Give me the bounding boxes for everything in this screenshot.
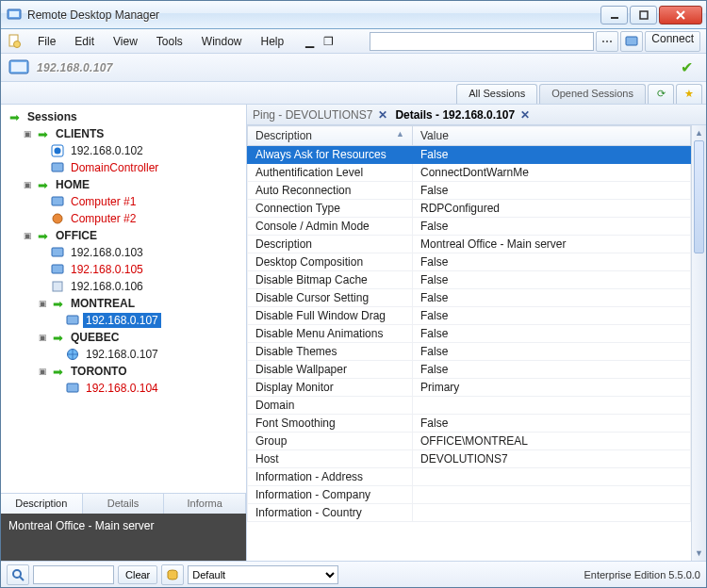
rdp-icon — [50, 245, 65, 260]
tree-item[interactable]: Computer #1 — [68, 194, 139, 209]
table-row[interactable]: Disable Menu AnimationsFalse — [248, 325, 691, 343]
left-tab-description[interactable]: Description — [1, 494, 83, 514]
table-row[interactable]: Information - Country — [248, 504, 691, 522]
menu-edit[interactable]: Edit — [66, 31, 103, 52]
tree-root[interactable]: Sessions — [25, 109, 80, 124]
tree-item[interactable]: 192.168.0.104 — [83, 381, 161, 396]
group-home[interactable]: HOME — [53, 177, 92, 192]
table-row[interactable]: HostDEVOLUTIONS7 — [248, 450, 691, 468]
table-row[interactable]: Disable Cursor SettingFalse — [248, 289, 691, 307]
table-row[interactable]: Disable Bitmap CacheFalse — [248, 271, 691, 289]
vertical-scrollbar[interactable]: ▲ ▼ — [691, 125, 706, 561]
search-field[interactable] — [33, 565, 114, 584]
search-icon[interactable] — [7, 564, 29, 585]
quick-connect-field[interactable] — [370, 32, 594, 51]
new-doc-icon[interactable] — [7, 34, 22, 49]
group-toronto[interactable]: TORONTO — [68, 364, 130, 379]
prop-value: ConnectDontWarnMe — [413, 164, 691, 182]
menu-window[interactable]: Window — [193, 31, 251, 52]
doc-tab-label: Ping - DEVOLUTIONS7 — [253, 108, 372, 122]
prop-value: False — [413, 253, 691, 271]
datasource-select[interactable]: Default — [188, 565, 338, 584]
menu-tools[interactable]: Tools — [148, 31, 191, 52]
group-office[interactable]: OFFICE — [53, 228, 100, 243]
collapse-icon[interactable]: ▣ — [22, 179, 33, 190]
table-row[interactable]: Domain — [248, 397, 691, 415]
table-row[interactable]: Information - Company — [248, 486, 691, 504]
arrow-right-icon: ➡ — [50, 364, 65, 379]
tree-item[interactable]: Computer #2 — [68, 211, 139, 226]
statusbar: Clear Default Enterprise Edition 5.5.0.0 — [1, 561, 706, 587]
group-clients[interactable]: CLIENTS — [53, 126, 107, 141]
svg-rect-11 — [52, 163, 63, 172]
quick-connect-go-button[interactable] — [620, 31, 643, 52]
table-row[interactable]: Console / Admin ModeFalse — [248, 218, 691, 236]
window-icon[interactable]: ❐ — [320, 33, 337, 50]
dash-icon[interactable]: ▁ — [302, 33, 318, 50]
tab-favorites[interactable]: ★ — [676, 84, 702, 104]
group-quebec[interactable]: QUEBEC — [68, 330, 122, 345]
collapse-icon[interactable]: ▣ — [22, 128, 33, 139]
tab-opened-sessions[interactable]: Opened Sessions — [539, 84, 646, 104]
properties-grid[interactable]: Description▲ Value Always Ask for Resour… — [247, 125, 691, 561]
col-value[interactable]: Value — [413, 126, 691, 146]
vnc-icon — [50, 211, 65, 226]
table-row[interactable]: Disable WallpaperFalse — [248, 361, 691, 379]
tree-item[interactable]: 192.168.0.105 — [68, 262, 146, 277]
collapse-icon[interactable]: ▣ — [37, 298, 48, 309]
left-tab-information[interactable]: Informa — [164, 494, 246, 514]
rdp-icon — [65, 313, 80, 328]
address-text: 192.168.0.107 — [37, 61, 113, 74]
scroll-thumb[interactable] — [694, 140, 704, 253]
quick-connect-dropdown-button[interactable]: ⋯ — [596, 31, 618, 52]
table-row[interactable]: Display MonitorPrimary — [248, 379, 691, 397]
window-minimize-button[interactable] — [600, 6, 628, 24]
tab-all-sessions[interactable]: All Sessions — [456, 84, 537, 104]
tab-refresh[interactable]: ⟳ — [648, 84, 674, 104]
collapse-icon[interactable]: ▣ — [37, 332, 48, 343]
tree-item[interactable]: 192.168.0.107 — [83, 347, 161, 362]
prop-value: False — [413, 289, 691, 307]
table-row[interactable]: Authentification LevelConnectDontWarnMe — [248, 164, 691, 182]
collapse-icon[interactable]: ▣ — [22, 230, 33, 241]
tree-item-selected[interactable]: 192.168.0.107 — [83, 313, 161, 328]
clear-button[interactable]: Clear — [118, 565, 157, 584]
prop-value: False — [413, 271, 691, 289]
datasource-icon[interactable] — [161, 564, 184, 585]
arrow-right-icon: ➡ — [35, 177, 50, 192]
group-montreal[interactable]: MONTREAL — [68, 296, 138, 311]
window-close-button[interactable] — [659, 6, 702, 24]
menu-help[interactable]: Help — [253, 31, 293, 52]
table-row[interactable]: Desktop CompositionFalse — [248, 253, 691, 271]
tree-item[interactable]: 192.168.0.103 — [68, 245, 146, 260]
table-row[interactable]: Always Ask for ResourcesFalse — [248, 146, 691, 164]
close-icon[interactable]: ✕ — [520, 108, 530, 122]
table-row[interactable]: Font SmoothingFalse — [248, 415, 691, 433]
table-row[interactable]: Disable Full Window DragFalse — [248, 307, 691, 325]
table-row[interactable]: Disable ThemesFalse — [248, 343, 691, 361]
close-icon[interactable]: ✕ — [378, 108, 387, 122]
menu-file[interactable]: File — [29, 31, 64, 52]
connect-button[interactable]: Connect — [645, 31, 700, 52]
table-row[interactable]: DescriptionMontreal Office - Main server — [248, 236, 691, 253]
table-row[interactable]: Connection TypeRDPConfigured — [248, 200, 691, 218]
left-tab-details[interactable]: Details — [83, 494, 165, 514]
tree-item[interactable]: DomainController — [68, 160, 161, 175]
prop-name: Disable Menu Animations — [248, 325, 413, 343]
window-title: Remote Desktop Manager — [27, 8, 159, 22]
menu-view[interactable]: View — [105, 31, 146, 52]
doc-tab-ping[interactable]: Ping - DEVOLUTIONS7 ✕ — [253, 108, 387, 122]
doc-tab-details[interactable]: Details - 192.168.0.107 ✕ — [395, 108, 530, 122]
tree-item[interactable]: 192.168.0.106 — [68, 279, 146, 294]
collapse-icon[interactable]: ▣ — [37, 366, 48, 377]
tree-item[interactable]: 192.168.0.102 — [68, 143, 146, 158]
table-row[interactable]: Auto ReconnectionFalse — [248, 182, 691, 200]
table-row[interactable]: Information - Address — [248, 468, 691, 486]
scroll-up-icon[interactable]: ▲ — [692, 125, 706, 140]
sort-asc-icon[interactable]: ▲ — [396, 129, 404, 139]
sessions-tree[interactable]: ➡Sessions ▣➡CLIENTS 192.168.0.102 Domain… — [3, 108, 244, 397]
scroll-down-icon[interactable]: ▼ — [692, 546, 706, 561]
window-maximize-button[interactable] — [630, 6, 657, 24]
prop-name: Disable Bitmap Cache — [248, 271, 413, 289]
table-row[interactable]: GroupOFFICE\MONTREAL — [248, 433, 691, 450]
